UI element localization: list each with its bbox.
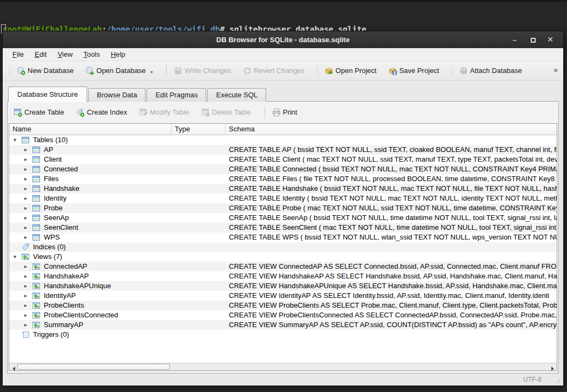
tree-row[interactable]: ▸ProbeClientsCREATE VIEW ProbeClients AS… <box>9 301 557 310</box>
tree-header[interactable]: Name Type Schema <box>9 124 557 135</box>
expand-arrow-icon[interactable]: ▸ <box>24 203 32 213</box>
tab-execute-sql[interactable]: Execute SQL <box>207 88 266 102</box>
tree-item-label: IdentityAP <box>44 291 76 301</box>
schema-cell: CREATE TABLE SeenAp ( bssid TEXT NOT NUL… <box>226 213 557 223</box>
expand-arrow-icon[interactable]: ▸ <box>24 281 32 291</box>
views-icon <box>21 253 30 261</box>
print-button[interactable]: Print <box>269 106 300 119</box>
tree-row[interactable]: ▸ConnectedAPCREATE VIEW ConnectedAP AS S… <box>9 262 557 271</box>
tree-row[interactable]: ▸ProbeCREATE TABLE Probe ( mac TEXT NOT … <box>9 203 557 213</box>
expand-arrow-icon[interactable]: ▸ <box>24 232 32 242</box>
name-cell: ▸AP <box>9 145 172 155</box>
tree-row[interactable]: ▸FilesCREATE TABLE Files ( file TEXT NOT… <box>9 174 557 184</box>
views-icon <box>32 272 41 281</box>
toolbar-button-label: Attach Database <box>470 67 522 75</box>
column-header-type[interactable]: Type <box>172 124 226 135</box>
open-database-button[interactable]: Open Database▾ <box>83 64 155 77</box>
horizontal-scrollbar[interactable] <box>9 363 557 370</box>
scroll-left-button[interactable] <box>9 363 17 370</box>
name-cell: ▸ProbeClients <box>9 301 172 310</box>
name-cell: ▸ConnectedAP <box>9 262 172 271</box>
tree-row[interactable]: ▸IdentityCREATE TABLE Identity ( bssid T… <box>9 194 557 203</box>
tree-row[interactable]: ▾Views (7) <box>9 252 557 262</box>
create-index-button[interactable]: Create Index <box>73 106 129 119</box>
menu-tools[interactable]: Tools <box>78 48 105 61</box>
status-bar: UTF-8 <box>3 374 563 386</box>
scroll-right-button[interactable] <box>549 363 557 370</box>
tree-item-label: Tables (10) <box>33 135 68 145</box>
open-project-button[interactable]: Open Project <box>322 64 379 77</box>
tree-row[interactable]: ▸IdentityAPCREATE VIEW IdentityAP AS SEL… <box>9 291 557 301</box>
tree-row[interactable]: ▸ConnectedCREATE TABLE Connected ( bssid… <box>9 164 557 174</box>
column-header-name[interactable]: Name <box>9 124 172 135</box>
menu-view[interactable]: View <box>52 48 78 61</box>
tree-row[interactable]: ▸APCREATE TABLE AP ( bssid TEXT NOT NULL… <box>9 145 557 155</box>
tree-item-label: Indices (0) <box>33 242 66 252</box>
create-table-button[interactable]: Create Table <box>11 106 67 119</box>
attach-database-button[interactable]: Attach Database <box>457 64 525 77</box>
tree-row[interactable]: ▸SummaryAPCREATE VIEW SummaryAP AS SELEC… <box>9 320 557 330</box>
expand-arrow-icon[interactable]: ▸ <box>24 155 32 164</box>
close-button[interactable]: ✕ <box>544 31 557 48</box>
expand-arrow-icon[interactable]: ▸ <box>24 223 32 232</box>
tree-row[interactable]: ▸HandshakeAPCREATE VIEW HandshakeAP AS S… <box>9 271 557 281</box>
expand-arrow-icon[interactable]: ▸ <box>24 213 32 223</box>
type-cell <box>172 262 226 271</box>
expand-arrow-icon[interactable]: ▸ <box>24 174 32 184</box>
tree-row[interactable]: ▸WPSCREATE TABLE WPS ( bssid TEXT NOT NU… <box>9 232 557 242</box>
new-database-button[interactable]: New Database <box>14 64 76 77</box>
maximize-button[interactable] <box>526 31 539 48</box>
delete-table-icon <box>201 108 210 117</box>
schema-cell: CREATE TABLE AP ( bssid TEXT NOT NULL, s… <box>226 145 557 155</box>
menu-file[interactable]: File <box>7 48 29 61</box>
tab-edit-pragmas[interactable]: Edit Pragmas <box>147 88 206 102</box>
tree-row[interactable]: ▸SeenApCREATE TABLE SeenAp ( bssid TEXT … <box>9 213 557 223</box>
name-cell: ▸WPS <box>9 232 172 242</box>
table-icon <box>32 194 41 203</box>
expand-arrow-icon[interactable]: ▾ <box>14 252 21 262</box>
type-cell <box>172 164 226 174</box>
triggers-icon <box>21 330 30 339</box>
expand-arrow-icon[interactable]: ▸ <box>24 164 32 174</box>
expand-arrow-icon[interactable]: ▸ <box>24 320 32 330</box>
expand-arrow-icon[interactable]: ▾ <box>14 135 21 145</box>
schema-cell: CREATE VIEW IdentityAP AS SELECT Identit… <box>226 291 557 301</box>
expand-arrow-icon[interactable]: ▸ <box>24 145 32 155</box>
tab-browse-data[interactable]: Browse Data <box>88 88 146 102</box>
tab-database-structure[interactable]: Database Structure <box>8 87 87 102</box>
scrollbar-thumb[interactable] <box>17 364 170 370</box>
tree-row[interactable]: ▸HandshakeCREATE TABLE Handshake ( bssid… <box>9 184 557 194</box>
tree-row[interactable]: ▾Tables (10) <box>9 135 557 145</box>
scroll-right-icon <box>551 367 556 371</box>
expand-arrow-icon[interactable]: ▸ <box>24 291 32 301</box>
toolbar-overflow-chevron[interactable]: » <box>553 65 558 74</box>
tree-row[interactable]: ▸SeenClientCREATE TABLE SeenClient ( mac… <box>9 223 557 232</box>
menu-edit[interactable]: Edit <box>29 48 52 61</box>
tree-item-label: SeenClient <box>44 223 78 232</box>
tree-row[interactable]: ▸ProbeClientsConnectedCREATE VIEW ProbeC… <box>9 310 557 320</box>
resize-grip[interactable] <box>554 377 561 384</box>
tree-row[interactable]: Indices (0) <box>9 242 557 252</box>
menu-bar: FileEditViewToolsHelp <box>3 48 563 61</box>
dropdown-arrow-icon[interactable]: ▾ <box>150 70 153 75</box>
create-table-icon <box>14 108 23 117</box>
column-header-schema[interactable]: Schema <box>226 124 557 135</box>
window-titlebar[interactable]: DB Browser for SQLite - database.sqlite … <box>3 31 563 48</box>
tree-row[interactable]: ▸ClientCREATE TABLE Client ( mac TEXT NO… <box>9 155 557 164</box>
minimize-button[interactable]: – <box>508 31 521 48</box>
expand-arrow-icon[interactable]: ▸ <box>24 310 32 320</box>
expand-arrow-icon[interactable]: ▸ <box>24 262 32 271</box>
expand-arrow-icon[interactable]: ▸ <box>24 271 32 281</box>
menu-help[interactable]: Help <box>106 48 131 61</box>
revert-changes-icon <box>243 67 252 75</box>
name-cell: ▸SeenClient <box>9 223 172 232</box>
type-cell <box>172 194 226 203</box>
type-cell <box>172 271 226 281</box>
tree-row[interactable]: Triggers (0) <box>9 330 557 340</box>
table-icon <box>32 184 41 193</box>
expand-arrow-icon[interactable]: ▸ <box>24 184 32 194</box>
expand-arrow-icon[interactable]: ▸ <box>24 194 32 203</box>
expand-arrow-icon[interactable]: ▸ <box>24 301 32 310</box>
save-project-button[interactable]: Save Project <box>386 64 442 77</box>
tree-row[interactable]: ▸HandshakeAPUniqueCREATE VIEW HandshakeA… <box>9 281 557 291</box>
